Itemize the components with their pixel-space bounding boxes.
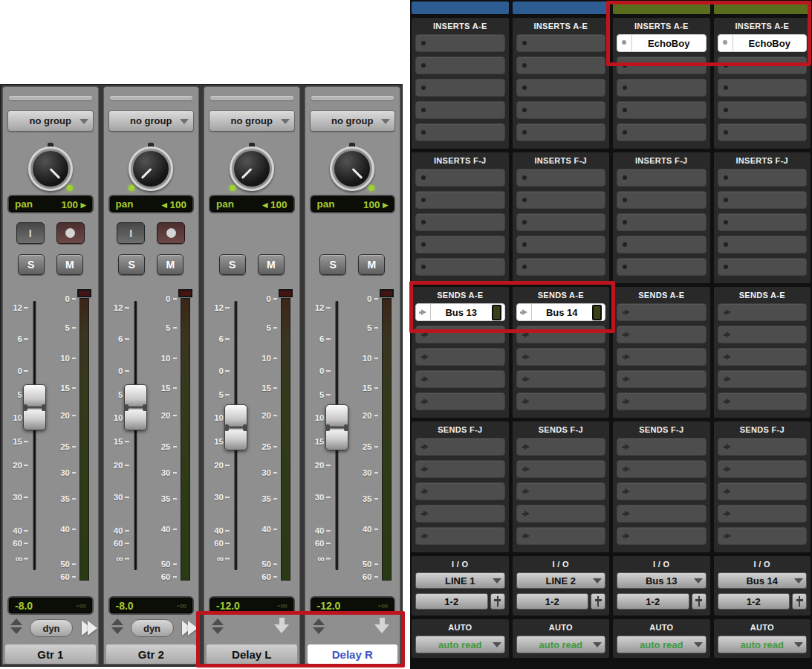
output-window-icon[interactable] <box>82 621 94 639</box>
insert-slot[interactable] <box>718 101 808 119</box>
automation-mode-selector[interactable]: auto read <box>617 636 707 653</box>
insert-slot[interactable] <box>718 123 808 141</box>
mute-button[interactable]: M <box>358 254 385 275</box>
send-slot[interactable] <box>415 482 505 500</box>
insert-slot[interactable] <box>415 123 505 141</box>
insert-slot[interactable] <box>415 79 505 97</box>
down-arrow-icon[interactable] <box>274 618 289 634</box>
clip-indicator[interactable] <box>279 289 293 297</box>
volume-display[interactable]: -8.0 -∞ <box>7 596 94 615</box>
dyn-button[interactable]: dyn <box>131 619 174 637</box>
insert-slot[interactable] <box>516 258 606 276</box>
send-arrow-cell[interactable] <box>517 304 532 320</box>
group-selector[interactable]: no group <box>108 110 195 132</box>
insert-slot[interactable] <box>415 258 505 276</box>
output-selector[interactable]: 1-2 <box>617 593 689 610</box>
insert-slot[interactable] <box>415 191 505 209</box>
send-slot[interactable] <box>617 348 707 366</box>
automation-mode-selector[interactable]: auto read <box>718 636 808 653</box>
mute-button[interactable]: M <box>258 254 285 275</box>
volume-display[interactable]: -8.0 -∞ <box>108 596 195 615</box>
track-name[interactable]: Gtr 1 <box>5 644 96 664</box>
track-name[interactable]: Delay R <box>308 644 398 664</box>
insert-slot[interactable] <box>617 169 707 187</box>
insert-slot[interactable] <box>718 213 808 231</box>
send-slot[interactable] <box>617 303 707 321</box>
insert-bypass-cell[interactable] <box>617 35 632 51</box>
insert-slot[interactable] <box>718 56 808 74</box>
pan-display[interactable]: pan ◂ 100 <box>209 195 295 213</box>
output-fader-icon[interactable] <box>591 593 605 610</box>
volume-display[interactable]: -12.0 -∞ <box>209 596 295 615</box>
send-slot[interactable] <box>617 527 707 545</box>
dyn-button[interactable]: dyn <box>30 619 73 637</box>
insert-slot-echoboy[interactable]: EchoBoy <box>718 34 808 52</box>
solo-button[interactable]: S <box>319 254 346 275</box>
send-slot[interactable] <box>516 438 606 456</box>
down-arrow-icon[interactable] <box>374 618 389 634</box>
pan-knob[interactable] <box>128 146 174 192</box>
input-selector[interactable]: LINE 2 <box>516 572 606 589</box>
input-selector[interactable]: Bus 14 <box>718 572 808 589</box>
pan-display[interactable]: pan 100 ▸ <box>7 195 94 213</box>
output-fader-icon[interactable] <box>490 593 505 610</box>
send-slot[interactable] <box>718 460 808 478</box>
pan-knob[interactable] <box>329 146 375 192</box>
insert-slot[interactable] <box>415 169 505 187</box>
send-slot[interactable] <box>516 326 606 343</box>
insert-slot[interactable] <box>718 191 808 209</box>
send-slot[interactable] <box>718 505 808 523</box>
insert-slot[interactable] <box>617 56 707 74</box>
send-slot[interactable] <box>516 482 606 500</box>
send-slot[interactable] <box>617 505 707 523</box>
record-enable-button[interactable] <box>157 222 185 244</box>
input-selector[interactable]: LINE 1 <box>415 572 505 589</box>
insert-slot[interactable] <box>617 258 707 276</box>
insert-slot[interactable] <box>415 101 505 119</box>
insert-slot[interactable] <box>516 191 606 209</box>
send-slot[interactable] <box>617 326 707 343</box>
insert-bypass-cell[interactable] <box>718 35 733 51</box>
send-slot[interactable] <box>516 527 606 545</box>
clip-indicator[interactable] <box>77 289 91 297</box>
insert-slot[interactable] <box>415 56 505 74</box>
send-slot[interactable] <box>718 303 808 321</box>
send-slot[interactable] <box>415 392 505 410</box>
insert-slot[interactable] <box>617 79 707 97</box>
solo-button[interactable]: S <box>219 254 246 275</box>
send-slot[interactable] <box>516 392 606 410</box>
send-slot[interactable] <box>617 460 707 478</box>
send-slot-assigned[interactable]: Bus 13 <box>415 303 505 321</box>
group-selector[interactable]: no group <box>7 110 94 132</box>
output-window-icon[interactable] <box>182 621 194 639</box>
send-slot[interactable] <box>718 527 808 545</box>
input-selector[interactable]: Bus 13 <box>617 572 707 589</box>
send-slot[interactable] <box>415 348 505 366</box>
output-selector[interactable]: 1-2 <box>415 593 488 610</box>
group-selector[interactable]: no group <box>310 110 396 132</box>
output-fader-icon[interactable] <box>692 593 707 610</box>
send-slot[interactable] <box>718 370 808 388</box>
insert-slot[interactable] <box>516 34 606 52</box>
fader-track[interactable] <box>33 301 36 570</box>
pan-display[interactable]: pan 100 ▸ <box>310 195 396 213</box>
nudge-buttons[interactable] <box>111 618 123 634</box>
insert-slot[interactable] <box>516 79 606 97</box>
fader-handle[interactable] <box>325 404 348 450</box>
send-slot[interactable] <box>617 392 707 410</box>
mute-button[interactable]: M <box>157 254 183 275</box>
send-slot[interactable] <box>718 348 808 366</box>
insert-slot[interactable] <box>415 34 505 52</box>
nudge-buttons[interactable] <box>313 618 325 634</box>
nudge-buttons[interactable] <box>212 618 224 634</box>
send-slot[interactable] <box>415 438 505 456</box>
send-slot[interactable] <box>415 370 505 388</box>
insert-slot[interactable] <box>415 236 505 253</box>
track-name[interactable]: Gtr 2 <box>106 644 197 664</box>
send-slot[interactable] <box>415 527 505 545</box>
output-selector[interactable]: 1-2 <box>718 593 790 610</box>
insert-slot[interactable] <box>516 123 606 141</box>
pan-knob[interactable] <box>229 146 275 192</box>
volume-display[interactable]: -12.0 -∞ <box>310 596 396 615</box>
send-slot[interactable] <box>516 370 606 388</box>
